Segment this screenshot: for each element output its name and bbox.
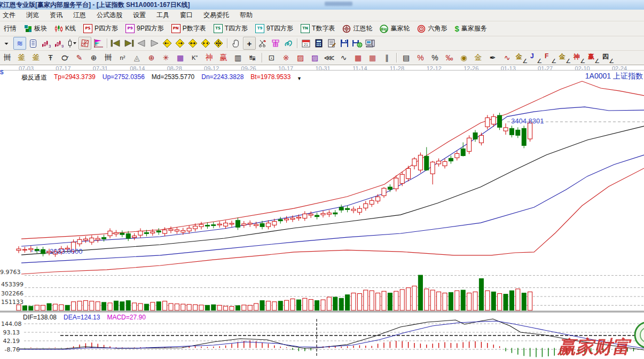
info-list-icon[interactable] bbox=[27, 37, 39, 49]
triangle-tool-icon[interactable]: ◬ bbox=[130, 52, 144, 64]
pencil-ruler-icon[interactable]: ✎ bbox=[73, 52, 86, 64]
menu-item-3[interactable]: 江恩 bbox=[68, 11, 91, 20]
ying-ruler-icon[interactable]: 赢 bbox=[217, 52, 230, 64]
percent-slash-icon[interactable]: % bbox=[414, 52, 427, 64]
shen-angle-icon[interactable]: 神∠ bbox=[572, 52, 586, 64]
p9-square-button[interactable]: P99P四方形 bbox=[125, 24, 164, 33]
menu-item-8[interactable]: 交易委托 bbox=[198, 11, 234, 20]
width-arrows-icon[interactable]: ↹ bbox=[246, 52, 259, 64]
save-icon[interactable] bbox=[339, 37, 350, 49]
j-angle-icon[interactable]: J∠ bbox=[529, 52, 543, 64]
circle-cross-icon[interactable]: ⊕ bbox=[145, 52, 158, 64]
f-angle-icon[interactable]: F∠ bbox=[544, 52, 557, 64]
cut-tool-icon[interactable] bbox=[257, 37, 269, 49]
menu-item-1[interactable]: 浏览 bbox=[21, 11, 44, 20]
p-number-button[interactable]: PNP数字表 bbox=[171, 24, 206, 33]
grid-red-icon[interactable]: ▦ bbox=[351, 52, 365, 64]
box-line-icon[interactable]: ⊡ bbox=[265, 52, 278, 64]
kline-button[interactable]: K线 bbox=[54, 24, 76, 33]
quote-button[interactable]: 行情 bbox=[4, 24, 17, 33]
crosshair-icon[interactable]: + bbox=[243, 37, 256, 50]
menu-item-7[interactable]: 窗口 bbox=[175, 11, 198, 20]
percent-chart-icon[interactable]: ▤ bbox=[399, 52, 413, 64]
macd-dea: DEA=124.13 bbox=[64, 314, 100, 321]
menu-item-5[interactable]: 设置 bbox=[128, 11, 151, 20]
menu-item-0[interactable]: 文件 bbox=[0, 11, 21, 20]
wave-percent-icon[interactable]: ∿ bbox=[500, 52, 514, 64]
gold-angle0-icon[interactable]: 金∠ bbox=[515, 52, 528, 64]
toolbar-separator bbox=[107, 38, 107, 48]
kline-9-icon[interactable]: 9 bbox=[53, 37, 65, 49]
last-page-icon[interactable] bbox=[123, 37, 135, 49]
rays-icon[interactable]: ※ bbox=[279, 52, 293, 64]
menu-item-6[interactable]: 工具 bbox=[151, 11, 175, 20]
ying-angle-icon[interactable]: 赢∠ bbox=[587, 52, 600, 64]
gann-diamond-cross-icon[interactable] bbox=[213, 37, 224, 49]
gann-ruler-icon[interactable]: 卌 bbox=[1, 52, 14, 64]
sectors-button[interactable]: 板块 bbox=[24, 24, 47, 33]
spiral-ruler-icon[interactable]: ℺ bbox=[58, 52, 72, 64]
candle-style-icon[interactable] bbox=[66, 37, 77, 49]
wave-check-icon[interactable]: ∿ bbox=[337, 52, 350, 64]
ink-pen-icon[interactable]: ✒ bbox=[486, 52, 499, 64]
n2-ruler-icon[interactable]: n² bbox=[116, 52, 129, 64]
shen-ruler-icon[interactable]: 神 bbox=[202, 52, 216, 64]
first-page-icon[interactable] bbox=[110, 37, 122, 49]
prev-icon[interactable] bbox=[136, 37, 147, 49]
legend-md: Md=2535.5770 bbox=[152, 73, 194, 82]
kline-3-icon[interactable]: 3 bbox=[40, 37, 52, 49]
zigzag-select-icon[interactable]: ≋ bbox=[13, 37, 26, 50]
next-icon[interactable] bbox=[148, 37, 160, 49]
gold-circle-icon[interactable]: ◉ bbox=[457, 52, 470, 64]
notes-icon[interactable] bbox=[326, 37, 337, 49]
parallel-lines-icon[interactable]: ∥ bbox=[380, 52, 394, 64]
grid-red2-icon[interactable]: ▦ bbox=[366, 52, 379, 64]
gold-angle-icon[interactable]: 金∠ bbox=[558, 52, 571, 64]
gold-line-icon[interactable]: 金 bbox=[472, 52, 485, 64]
f-ruler-icon[interactable]: Ŧ bbox=[44, 52, 57, 64]
p-square-button[interactable]: PSP四方形 bbox=[83, 24, 118, 33]
rays-box-icon[interactable]: ▨ bbox=[294, 52, 307, 64]
menu-item-9[interactable]: 帮助 bbox=[234, 11, 258, 20]
t9-square-button[interactable]: T99T四方形 bbox=[255, 24, 293, 33]
menu-item-2[interactable]: 资讯 bbox=[44, 11, 68, 20]
magenta-tool-icon[interactable] bbox=[270, 37, 281, 49]
web-save-icon[interactable] bbox=[351, 37, 363, 49]
menu-item-4[interactable]: 公式选股 bbox=[91, 11, 128, 20]
winner-wheel-button[interactable]: Big赢家轮 bbox=[380, 24, 410, 33]
teal-tool-icon[interactable] bbox=[282, 37, 294, 49]
gann-diamond-lr-icon[interactable] bbox=[187, 37, 199, 49]
winner-service-button[interactable]: $赢家服务 bbox=[454, 24, 486, 33]
hexagon-button[interactable]: 六角形 bbox=[417, 24, 447, 33]
volume-profile-icon[interactable] bbox=[92, 37, 104, 49]
t-square-button[interactable]: TST四方形 bbox=[214, 24, 248, 33]
percent-icon[interactable]: % bbox=[428, 52, 442, 64]
candles bbox=[17, 113, 532, 257]
toolbar-dropdown-icon[interactable] bbox=[1, 37, 12, 49]
gold-gann-ruler-icon[interactable]: 釜 bbox=[15, 52, 28, 64]
pan-hand-icon[interactable] bbox=[230, 37, 242, 49]
k-quote-icon[interactable]: K" bbox=[188, 52, 201, 64]
pencil-rays-icon[interactable]: ⋘ bbox=[323, 52, 336, 64]
circle-ruler-icon[interactable]: ⊕ bbox=[87, 52, 100, 64]
gann-diamond-left-icon[interactable] bbox=[161, 37, 173, 49]
wheel-star-icon[interactable]: ✳ bbox=[159, 52, 172, 64]
calendar-icon[interactable]: 21 bbox=[300, 37, 312, 49]
gann-wheel-button[interactable]: 江恩轮 bbox=[342, 24, 372, 33]
ruler-123-icon[interactable]: ▥ bbox=[231, 52, 245, 64]
gann-diamond-right-icon[interactable] bbox=[174, 37, 186, 49]
t-number-button[interactable]: TNT数字表 bbox=[301, 24, 335, 33]
si-angle-icon[interactable]: 四∠ bbox=[601, 52, 615, 64]
svg-text:3: 3 bbox=[49, 44, 51, 48]
macd-histogram bbox=[19, 340, 633, 357]
calculator-icon[interactable] bbox=[313, 37, 325, 49]
gold-gann-ruler2-icon[interactable]: 釜 bbox=[29, 52, 43, 64]
computer-icon[interactable] bbox=[364, 37, 376, 49]
gann-shape-icon[interactable] bbox=[78, 37, 91, 50]
gann-diamond-in-icon[interactable] bbox=[200, 37, 211, 49]
percent-line-icon[interactable]: ‰ bbox=[443, 52, 456, 64]
wheel-square-icon[interactable]: ▦ bbox=[174, 52, 187, 64]
rays-box2-icon[interactable]: ▨ bbox=[308, 52, 321, 64]
ruler2-icon[interactable]: 卌 bbox=[101, 52, 115, 64]
legend-dropdown-icon[interactable]: ▼ bbox=[297, 76, 302, 81]
